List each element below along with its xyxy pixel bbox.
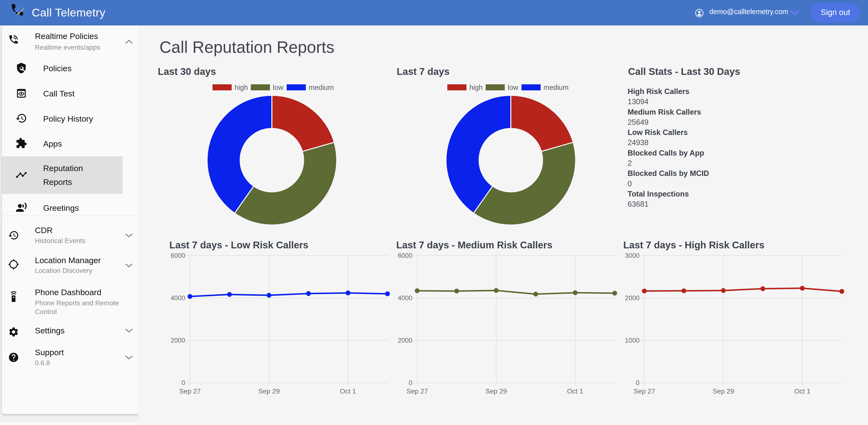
svg-text:0: 0	[636, 379, 640, 387]
svg-text:2000: 2000	[398, 337, 412, 344]
svg-text:1000: 1000	[625, 337, 640, 344]
svg-text:Sep 27: Sep 27	[179, 388, 201, 395]
svg-text:Oct 1: Oct 1	[340, 388, 356, 395]
svg-text:Sep 29: Sep 29	[485, 388, 507, 395]
svg-text:2000: 2000	[625, 294, 640, 302]
svg-text:4000: 4000	[398, 294, 412, 302]
svg-text:Sep 29: Sep 29	[713, 388, 734, 395]
svg-text:Sep 29: Sep 29	[258, 388, 280, 395]
svg-text:3000: 3000	[625, 252, 640, 259]
svg-text:6000: 6000	[398, 252, 412, 259]
svg-text:Oct 1: Oct 1	[567, 388, 583, 395]
svg-text:6000: 6000	[170, 252, 185, 259]
svg-text:Sep 27: Sep 27	[634, 388, 655, 395]
svg-text:Last 7 days - High Risk Caller: Last 7 days - High Risk Callers	[623, 240, 764, 250]
svg-text:4000: 4000	[170, 294, 185, 302]
svg-text:Last 7 days - Medium Risk Call: Last 7 days - Medium Risk Callers	[396, 240, 553, 250]
svg-text:2000: 2000	[170, 337, 185, 344]
svg-text:Oct 1: Oct 1	[794, 388, 811, 395]
svg-text:Sep 27: Sep 27	[406, 388, 428, 395]
svg-text:0: 0	[182, 379, 185, 387]
svg-text:Last 7 days - Low Risk Callers: Last 7 days - Low Risk Callers	[169, 240, 308, 250]
svg-text:0: 0	[408, 379, 412, 387]
